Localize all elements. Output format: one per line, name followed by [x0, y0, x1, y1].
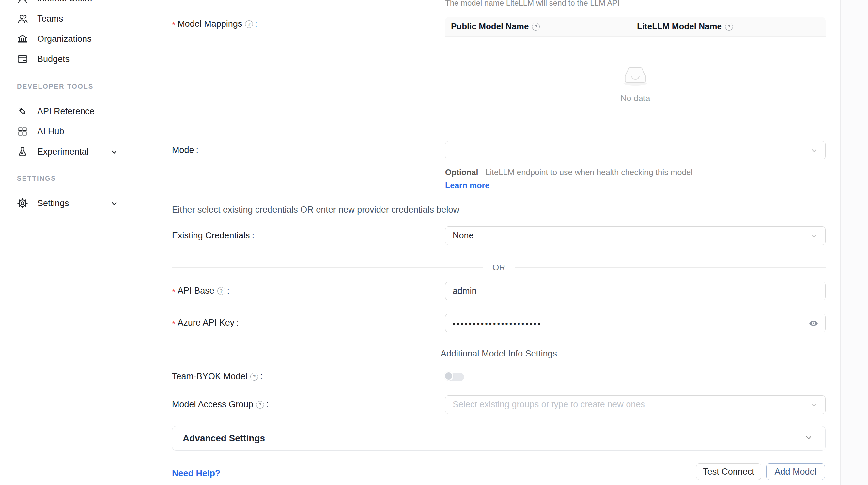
- sidebar-item-label: Teams: [37, 14, 63, 24]
- chevron-down-icon: [810, 232, 819, 243]
- credentials-hint: Either select existing credentials OR en…: [172, 205, 460, 215]
- sidebar-item-label: API Reference: [37, 106, 95, 117]
- team-byok-label: Team-BYOK Model ? :: [172, 371, 263, 382]
- required-marker: *: [172, 20, 175, 30]
- sidebar-item-teams[interactable]: Teams: [0, 8, 157, 29]
- sidebar-item-experimental[interactable]: Experimental: [0, 141, 157, 162]
- question-circle-icon[interactable]: ?: [725, 23, 733, 31]
- test-connect-button[interactable]: Test Connect: [696, 463, 761, 480]
- question-circle-icon[interactable]: ?: [532, 23, 540, 31]
- inbox-icon: [618, 62, 653, 88]
- model-access-group-label: Model Access Group ? :: [172, 399, 269, 410]
- mode-select-wrap: [445, 141, 826, 160]
- mode-select[interactable]: [445, 141, 826, 160]
- bank-icon: [17, 33, 28, 44]
- question-circle-icon[interactable]: ?: [245, 20, 253, 28]
- mode-label: Mode :: [172, 145, 198, 155]
- chevron-down-icon: [810, 400, 819, 412]
- add-model-form: The model name LiteLLM will send to the …: [157, 0, 868, 485]
- additional-model-info-divider: Additional Model Info Settings: [172, 348, 826, 359]
- sidebar-item-budgets[interactable]: Budgets: [0, 49, 157, 69]
- model-mappings-label: * Model Mappings ? :: [172, 19, 257, 29]
- or-divider: OR: [172, 262, 826, 273]
- api-base-input[interactable]: [445, 282, 826, 300]
- empty-state-text: No data: [620, 93, 650, 103]
- question-circle-icon[interactable]: ?: [217, 287, 225, 295]
- column-header-litellm-model-name: LiteLLM Model Name ?: [630, 22, 826, 32]
- chevron-down-icon: [804, 433, 813, 444]
- azure-api-key-label: * Azure API Key :: [172, 318, 239, 328]
- learn-more-link[interactable]: Learn more: [445, 181, 490, 190]
- existing-credentials-select[interactable]: None: [445, 226, 826, 245]
- model-name-hint: The model name LiteLLM will send to the …: [445, 0, 620, 7]
- advanced-settings-label: Advanced Settings: [183, 433, 265, 444]
- experiment-flask-icon: [17, 146, 28, 157]
- user-icon: [17, 0, 28, 4]
- select-placeholder: Select existing groups or type to create…: [453, 399, 645, 410]
- table-empty-state: No data: [445, 36, 826, 130]
- azure-api-key-input[interactable]: ••••••••••••••••••••••: [445, 314, 826, 332]
- add-model-page: Internal Users Teams Organizations Budge…: [0, 0, 868, 485]
- existing-credentials-select-wrap: None: [445, 226, 826, 245]
- api-plug-icon: [17, 106, 28, 117]
- toggle-knob: [444, 371, 453, 381]
- sidebar-section-developer-tools: DEVELOPER TOOLS: [17, 83, 94, 90]
- required-marker: *: [172, 287, 175, 297]
- question-circle-icon[interactable]: ?: [250, 373, 258, 381]
- column-header-public-model-name: Public Model Name ?: [445, 22, 630, 32]
- sidebar-item-settings[interactable]: Settings: [0, 193, 157, 213]
- sidebar-item-ai-hub[interactable]: AI Hub: [0, 121, 157, 141]
- team-byok-toggle[interactable]: [445, 373, 464, 381]
- model-access-group-select[interactable]: Select existing groups or type to create…: [445, 395, 826, 414]
- sidebar-item-label: Organizations: [37, 34, 92, 44]
- mode-helper-text: Optional - LiteLLM endpoint to use when …: [445, 166, 710, 192]
- appstore-grid-icon: [17, 126, 28, 137]
- page-background-strip: [840, 0, 868, 485]
- sidebar-item-internal-users[interactable]: Internal Users: [0, 0, 157, 8]
- required-marker: *: [172, 319, 175, 329]
- table-header-row: Public Model Name ? LiteLLM Model Name ?: [445, 17, 826, 36]
- sidebar-item-label: Budgets: [37, 54, 69, 64]
- masked-password-value: ••••••••••••••••••••••: [453, 319, 542, 328]
- api-base-input-wrap: [445, 282, 826, 300]
- sidebar-section-settings: SETTINGS: [17, 175, 56, 182]
- api-base-label: * API Base ? :: [172, 286, 229, 296]
- sidebar-item-label: Experimental: [37, 147, 89, 157]
- model-access-group-select-wrap: Select existing groups or type to create…: [445, 395, 826, 414]
- existing-credentials-label: Existing Credentials :: [172, 231, 254, 241]
- chevron-down-icon: [110, 148, 119, 158]
- gear-icon: [17, 198, 28, 209]
- team-icon: [17, 13, 28, 24]
- credit-card-icon: [17, 54, 28, 65]
- model-mappings-table: Public Model Name ? LiteLLM Model Name ?: [445, 17, 826, 130]
- eye-icon[interactable]: [808, 318, 819, 328]
- sidebar-item-label: Settings: [37, 198, 69, 208]
- need-help-link[interactable]: Need Help?: [172, 468, 221, 479]
- chevron-down-icon: [810, 146, 819, 158]
- sidebar-item-api-reference[interactable]: API Reference: [0, 101, 157, 121]
- sidebar-item-label: Internal Users: [37, 0, 92, 4]
- add-model-button[interactable]: Add Model: [766, 463, 825, 480]
- advanced-settings-panel[interactable]: Advanced Settings: [172, 426, 826, 451]
- chevron-down-icon: [110, 199, 119, 209]
- question-circle-icon[interactable]: ?: [256, 401, 264, 409]
- sidebar: Internal Users Teams Organizations Budge…: [0, 0, 157, 485]
- azure-api-key-input-wrap: ••••••••••••••••••••••: [445, 314, 826, 332]
- sidebar-item-organizations[interactable]: Organizations: [0, 29, 157, 49]
- sidebar-item-label: AI Hub: [37, 127, 64, 137]
